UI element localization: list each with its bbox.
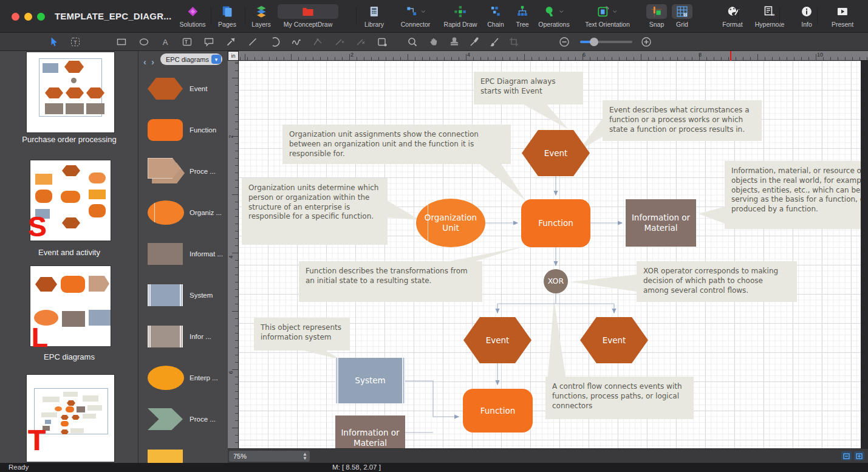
annotation-callout-6[interactable]: Function describes the transformations f… (299, 261, 482, 302)
toolbar-item-present[interactable]: Present (832, 4, 853, 28)
epc-node-function[interactable]: Function (521, 199, 590, 247)
epc-node-organization-unit[interactable]: OrganizationUnit (416, 199, 485, 247)
callout-tail (699, 207, 725, 224)
epc-node-system[interactable]: System (335, 358, 405, 403)
library-back-button[interactable]: ‹ (143, 56, 146, 67)
toolbar-item-tree[interactable]: Tree (516, 4, 529, 28)
toolbar-item-solutions[interactable]: Solutions (179, 4, 205, 28)
shapedottool-tool-button[interactable] (374, 35, 390, 49)
linetool-tool-button[interactable] (245, 35, 261, 49)
texttool-tool-button[interactable]: A (157, 35, 173, 49)
annotation-callout-3[interactable]: Organization unit assignments show the c… (282, 125, 511, 164)
epc-node-xor[interactable]: XOR (544, 269, 568, 293)
toolbar-item-layers[interactable]: Layers (251, 4, 271, 28)
cuttool-tool-button[interactable] (352, 35, 368, 49)
epc-node-function[interactable]: Function (463, 389, 533, 433)
pentool-tool-button[interactable] (331, 35, 347, 49)
library-item-enterp-[interactable]: Enterp ... (138, 357, 228, 398)
vertical-ruler[interactable]: 246 (228, 61, 239, 448)
arrowtool-tool-button[interactable] (223, 35, 239, 49)
toolbar-item-pages[interactable]: Pages (218, 4, 236, 28)
zoom-level-stepper[interactable]: 75% ▲▼ (229, 451, 310, 462)
library-item-shape[interactable] (138, 440, 228, 463)
library-item-event[interactable]: Event (138, 68, 228, 109)
library-item-infor-[interactable]: Infor ... (138, 316, 228, 357)
epc-node-information-or-material[interactable]: Information orMaterial (335, 416, 405, 448)
function-shape-icon (148, 119, 183, 141)
close-button[interactable] (12, 13, 19, 21)
plus-icon (641, 36, 652, 47)
page-preview-1[interactable] (27, 52, 114, 132)
tselect-tool-button[interactable]: T (67, 35, 83, 49)
callouttool-tool-button[interactable] (201, 35, 217, 49)
toolbar-item-my-conceptdraw[interactable]: My ConceptDraw (278, 4, 338, 28)
thumbnail-shape (43, 397, 60, 402)
hand-tool-button[interactable] (426, 35, 442, 49)
annotation-callout-2[interactable]: Event describes what circumstances a fun… (603, 100, 762, 141)
recttool-tool-button[interactable] (114, 35, 129, 49)
vertical-scrollbar[interactable] (861, 61, 868, 448)
library-item-proce-[interactable]: Proce ... (138, 151, 228, 192)
pointer-tool-button[interactable] (46, 35, 61, 49)
crop-tool-button[interactable] (506, 35, 522, 49)
library-item-proce-[interactable]: Proce ... (138, 398, 228, 440)
magnifier-tool-button[interactable] (405, 35, 420, 49)
library-item-system[interactable]: System (138, 275, 228, 316)
zoom-slider[interactable] (580, 41, 632, 43)
node-label: Information or (632, 213, 690, 223)
textboxtool-tool-button[interactable] (179, 35, 195, 49)
arctool-tool-button[interactable] (267, 35, 282, 49)
stepper-chevrons-icon[interactable]: ▲▼ (300, 452, 310, 460)
library-item-label: Enterp ... (190, 374, 218, 381)
library-item-label: Infor ... (190, 333, 211, 340)
thumbnail-shape (83, 395, 98, 402)
toolbar-item-text-orientation[interactable]: Text Orientation (585, 4, 630, 28)
ruler-number: 4 (228, 255, 234, 258)
nodetool-tool-button[interactable] (310, 35, 326, 49)
annotation-callout-7[interactable]: XOR operator corresponds to making decis… (637, 261, 797, 302)
previous-page-button[interactable] (841, 451, 852, 460)
page-preview-label: Event and activity (0, 248, 138, 257)
zoom-slider-thumb[interactable] (590, 38, 598, 46)
brush-tool-button[interactable] (486, 35, 502, 49)
library-dropdown[interactable]: EPC diagrams ▾ (160, 53, 222, 65)
library-item-informat-[interactable]: Informat ... (138, 233, 228, 275)
toolbar-item-connector[interactable]: Connector (401, 4, 430, 28)
toolbar-item-snap[interactable]: Snap (646, 4, 667, 28)
epc-node-event[interactable]: Event (463, 317, 531, 363)
titlebar: TEMPLATE_EPC_DIAGR... SolutionsPagesLaye… (0, 0, 868, 33)
toolbar-item-rapid-draw[interactable]: Rapid Draw (444, 4, 477, 28)
toolbar-item-chain[interactable]: Chain (487, 4, 504, 28)
ellipsetool-tool-button[interactable] (136, 35, 152, 49)
epc-node-event[interactable]: Event (522, 130, 590, 176)
epc-node-event[interactable]: Event (580, 317, 648, 363)
plus-tool-button[interactable] (638, 35, 654, 49)
annotation-callout-9[interactable]: A control flow connects events with func… (545, 377, 694, 419)
next-page-button[interactable] (854, 451, 864, 460)
stamp-tool-button[interactable] (446, 35, 462, 49)
library-item-function[interactable]: Function (138, 109, 228, 151)
library-forward-button[interactable]: › (151, 56, 154, 67)
freehandtool-icon (291, 36, 302, 47)
annotation-callout-5[interactable]: Information, material, or resource objec… (725, 161, 861, 229)
thumbnail-shape (89, 276, 109, 292)
annotation-callout-4[interactable]: Organization units determine which perso… (242, 178, 388, 245)
chevron-down-icon[interactable]: ▾ (211, 55, 221, 64)
annotation-callout-8[interactable]: This object represents information syste… (254, 318, 350, 351)
minimize-button[interactable] (24, 13, 32, 21)
eyedropper-tool-button[interactable] (466, 35, 482, 49)
toolbar-item-grid[interactable]: 0Grid (672, 4, 692, 28)
annotation-callout-1[interactable]: EPC Diagram always starts with Event (474, 72, 583, 104)
library-item-organiz-[interactable]: Organiz ... (138, 192, 228, 233)
epc-node-information-or-material[interactable]: Information orMaterial (626, 199, 696, 247)
toolbar-item-library[interactable]: Library (364, 4, 384, 28)
freehandtool-tool-button[interactable] (289, 35, 304, 49)
drawing-canvas[interactable]: EPC Diagram always starts with EventEven… (239, 61, 861, 448)
horizontal-ruler[interactable]: 246810 (239, 51, 868, 61)
toolbar-item-info[interactable]: Info (800, 4, 813, 28)
toolbar-item-format[interactable]: Format (722, 4, 742, 28)
callout-tail (387, 200, 420, 220)
toolbar-item-operations[interactable]: Operations (538, 4, 569, 28)
minus-tool-button[interactable] (556, 35, 572, 49)
zoom-button[interactable] (37, 13, 45, 21)
